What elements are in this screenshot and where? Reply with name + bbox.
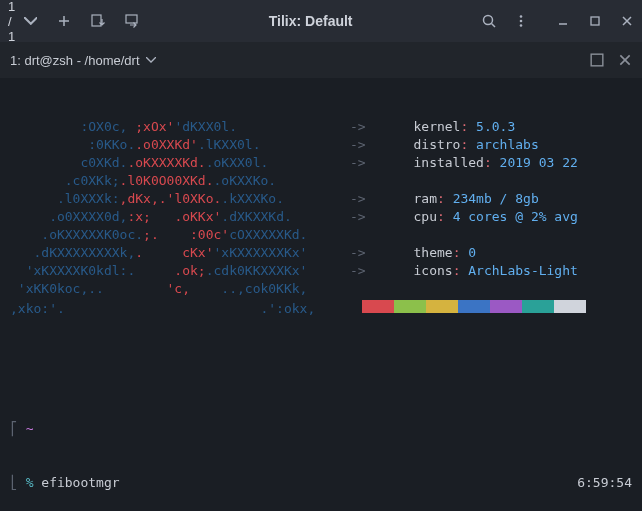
- svg-rect-1: [126, 15, 137, 23]
- fetch-line: 'xKK0koc,.. 'c, ..,cok0KKk,: [10, 280, 632, 298]
- svg-rect-0: [92, 15, 101, 26]
- color-swatches: [362, 300, 586, 313]
- session-tab[interactable]: 1: drt@zsh - /home/drt: [10, 53, 156, 68]
- terminal-content[interactable]: :OX0c, ;xOx''dKXX0l. -> kernel: 5.0.3 :0…: [0, 78, 642, 511]
- new-terminal-down-button[interactable]: [91, 14, 105, 28]
- svg-point-5: [520, 24, 523, 27]
- close-button[interactable]: [620, 14, 634, 28]
- fetch-line: :0KKo..o0XXKd'.lKXX0l. -> distro: archla…: [10, 136, 632, 154]
- color-swatch: [458, 300, 490, 313]
- window-title: Tilix: Default: [139, 13, 482, 29]
- color-swatch: [362, 300, 394, 313]
- fetch-line: 'xKXXXXK0kdl:. .ok;.cdk0KKXXXKx' -> icon…: [10, 262, 632, 280]
- window-titlebar: 1 / 1 Tilix: Default: [0, 0, 642, 42]
- pane-close-icon[interactable]: [618, 53, 632, 67]
- fetch-line: c0XKd..oKXXXXKd..oKXX0l. -> installed: 2…: [10, 154, 632, 172]
- prompt-1: ⎡ ~ ⎣ % efibootmgr6:59:54: [10, 384, 632, 511]
- fetch-line: .l0XXXk:,dKx,.'l0XKo..kXXXKo. -> ram: 23…: [10, 190, 632, 208]
- new-terminal-right-button[interactable]: [125, 14, 139, 28]
- svg-rect-7: [591, 54, 603, 66]
- color-swatch: [394, 300, 426, 313]
- fetch-line: :OX0c, ;xOx''dKXX0l. -> kernel: 5.0.3: [10, 118, 632, 136]
- pane-maximize-icon[interactable]: [590, 53, 604, 67]
- svg-rect-6: [591, 17, 599, 25]
- color-swatch: [522, 300, 554, 313]
- command-input: efibootmgr: [41, 475, 119, 490]
- svg-point-3: [520, 15, 523, 18]
- fetch-line: .dKXXXXXXXXk,. cKx''xKXXXXXXKx' -> theme…: [10, 244, 632, 262]
- fetch-line: .c0XKk;.l0K0O00XKd..oKXXKo.: [10, 172, 632, 190]
- maximize-button[interactable]: [588, 14, 602, 28]
- search-icon[interactable]: [482, 14, 496, 28]
- color-swatch: [490, 300, 522, 313]
- new-tab-button[interactable]: [57, 14, 71, 28]
- tab-counter[interactable]: 1 / 1: [8, 0, 37, 44]
- color-swatch: [554, 300, 586, 313]
- svg-point-4: [520, 20, 523, 23]
- menu-icon[interactable]: [514, 14, 528, 28]
- chevron-down-icon: [146, 57, 156, 63]
- svg-point-2: [484, 16, 493, 25]
- sysfetch-output: :OX0c, ;xOx''dKXX0l. -> kernel: 5.0.3 :0…: [10, 118, 632, 318]
- timestamp: 6:59:54: [577, 474, 632, 492]
- fetch-line: .oKXXXXXK0oc.;. :00c'cOXXXXXKd.: [10, 226, 632, 244]
- fetch-line: ,xko:'. .':okx,: [10, 298, 632, 318]
- color-swatch: [426, 300, 458, 313]
- minimize-button[interactable]: [556, 14, 570, 28]
- fetch-line: .o0XXXX0d,:x; .oKKx'.dXKXXKd. -> cpu: 4 …: [10, 208, 632, 226]
- session-tabbar: 1: drt@zsh - /home/drt: [0, 42, 642, 78]
